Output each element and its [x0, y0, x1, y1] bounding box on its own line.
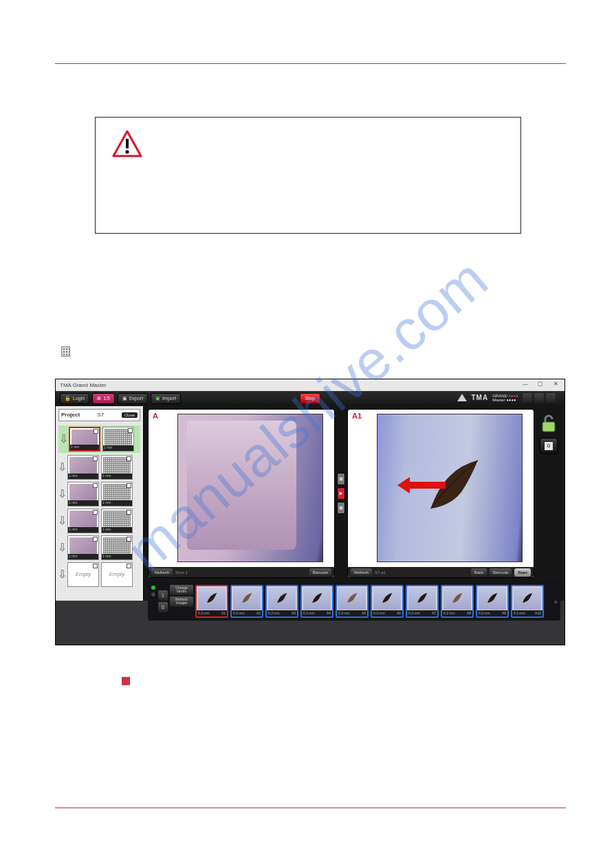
thumb-id: A6 [397, 611, 401, 615]
thumbnail-tissue-icon [485, 592, 500, 604]
page-rule-bottom [55, 808, 566, 808]
thumb-size: 0.2 mm [233, 611, 245, 615]
recipient-block-slot[interactable]: 1 mm [67, 482, 99, 507]
settings-icon[interactable] [534, 393, 544, 403]
panel-splitter [336, 409, 346, 578]
layout-grid-slot[interactable]: 1 mm [101, 509, 133, 533]
donor-thumbnail[interactable]: 0.2 mmA5 [336, 585, 369, 618]
thumbnail-tissue-icon [344, 592, 360, 604]
donor-name: S7 a1 [375, 570, 386, 575]
toolbar-right-icons [523, 392, 560, 403]
thumb-id: A10 [535, 611, 541, 615]
panel-label-a: A [153, 412, 158, 420]
project-row: ⇩ 1 mm 1 mm [58, 509, 140, 533]
thumb-id: A3 [292, 611, 296, 615]
window-close[interactable]: ✕ [548, 379, 563, 389]
thumbnail-tissue-icon [204, 592, 219, 604]
annotation-arrow-icon [397, 475, 446, 496]
empty-slot[interactable]: Empty [101, 562, 133, 587]
recipient-block-slot[interactable]: 1 mm [67, 455, 99, 480]
svg-rect-1 [126, 139, 129, 148]
row-handle-icon[interactable]: ⇩ [60, 428, 67, 450]
change-blocks-button[interactable]: Change blocks [170, 585, 193, 595]
help-icon[interactable] [523, 393, 532, 403]
splitter-expand-button[interactable] [337, 487, 345, 500]
layout-grid-slot[interactable]: 1 mm [101, 482, 133, 507]
barcode-button[interactable]: Barcode [309, 568, 331, 577]
thumbnail-tissue-icon [380, 592, 395, 604]
thumbnail-tissue-icon [239, 592, 254, 604]
project-title: Project [61, 412, 80, 418]
page-rule-top [55, 63, 566, 64]
stop-button[interactable]: Stop [300, 393, 320, 404]
project-header: Project S7 Close [58, 409, 140, 421]
donor-thumbnail[interactable]: 0.2 mmA3 [265, 585, 298, 618]
start-button[interactable]: Start [514, 568, 531, 577]
recipient-block-slot[interactable]: 1 mm [67, 509, 99, 533]
project-name: S7 [97, 412, 104, 418]
project-row: ⇩ 1 mm 1 mm [58, 535, 140, 560]
app-screenshot: TMA Grand Master — ▢ ✕ 🔓Login ⊞1:5 ▣Expo… [55, 379, 565, 645]
layout-grid-slot[interactable]: 1 mm [101, 455, 133, 480]
splitter-handle-top[interactable] [337, 473, 345, 485]
thumb-id: A8 [467, 611, 471, 615]
window-title: TMA Grand Master [60, 382, 107, 388]
import-button[interactable]: ▣Import [151, 393, 181, 404]
thumb-size: 0.2 mm [443, 611, 455, 615]
row-up-button[interactable]: 1 [158, 590, 168, 601]
refresh-button[interactable]: Refresh [351, 568, 372, 577]
warning-triangle-icon [112, 130, 142, 157]
thumb-size: 0.2 mm [198, 611, 210, 615]
thumb-id: A2 [256, 611, 261, 615]
login-button[interactable]: 🔓Login [60, 393, 89, 404]
row-handle-icon[interactable]: ⇩ [58, 564, 65, 586]
row-handle-icon[interactable]: ⇩ [58, 510, 65, 532]
svg-point-2 [125, 150, 129, 153]
donor-thumbnail[interactable]: 0.2 mmA9 [476, 585, 509, 618]
thumb-size: 0.2 mm [514, 611, 525, 615]
recipient-block-slot[interactable]: 1 mm [67, 535, 99, 560]
layout-grid-slot[interactable]: 1 mm [101, 535, 133, 560]
svg-rect-5 [340, 507, 343, 510]
counter-box[interactable]: 0 [540, 438, 558, 454]
recipient-panel-footer: Refresh Slice 1 Barcode [149, 567, 334, 578]
project-row: ⇩ 1 mm 1 mm [58, 455, 140, 480]
donor-thumbnail[interactable]: 0.2 mmA1 [195, 585, 228, 618]
refresh-button[interactable]: Refresh [151, 568, 173, 577]
brand-master: Master [492, 398, 505, 402]
red-pill-icon [122, 677, 130, 685]
window-minimize[interactable]: — [518, 379, 533, 389]
status-led-icon [151, 585, 156, 590]
scale-button[interactable]: ⊞1:5 [92, 393, 115, 404]
window-maximize[interactable]: ▢ [533, 379, 548, 389]
donor-thumbnail[interactable]: 0.2 mmA4 [300, 585, 333, 618]
row-handle-icon[interactable]: ⇩ [58, 483, 65, 505]
app-toolbar: 🔓Login ⊞1:5 ▣Export ▣Import Stop TMA GRA… [56, 391, 564, 406]
empty-slot[interactable]: Empty [67, 562, 99, 587]
svg-marker-7 [397, 477, 446, 493]
barcode-button[interactable]: Barcode [490, 568, 512, 577]
thumb-id: A9 [502, 611, 506, 615]
row-handle-icon[interactable]: ⇩ [58, 456, 65, 478]
thumbnail-tissue-icon [520, 592, 535, 604]
row-handle-icon[interactable]: ⇩ [58, 537, 65, 559]
donor-thumbnail[interactable]: 0.2 mmA7 [406, 585, 439, 618]
recipient-block-image[interactable] [177, 414, 323, 562]
counter-value: 0 [544, 441, 553, 451]
donor-thumbnail[interactable]: 0.2 mmA6 [371, 585, 404, 618]
export-button[interactable]: ▣Export [118, 393, 148, 404]
donor-thumbnail[interactable]: 0.2 mmA2 [230, 585, 263, 618]
back-button[interactable]: Back [471, 568, 487, 577]
thumb-size: 0.2 mm [373, 611, 385, 615]
lock-icon[interactable] [540, 413, 557, 434]
info-icon[interactable] [546, 393, 556, 403]
project-close-button[interactable]: Close [122, 412, 138, 418]
refresh-images-button[interactable]: Refresh Images [170, 597, 193, 607]
recipient-block-slot[interactable]: 1 mm [69, 427, 100, 452]
donor-thumbnail[interactable]: 0.2 mmA8 [441, 585, 474, 618]
donor-thumbnail[interactable]: 0.2 mmA10 [511, 585, 544, 618]
recipient-panel: A Label Area Refresh Slice 1 Barcode [148, 409, 335, 578]
row-down-button[interactable]: 0 [158, 602, 168, 612]
splitter-handle-bottom[interactable] [337, 502, 345, 514]
layout-grid-slot[interactable]: 1 mm [102, 427, 134, 452]
